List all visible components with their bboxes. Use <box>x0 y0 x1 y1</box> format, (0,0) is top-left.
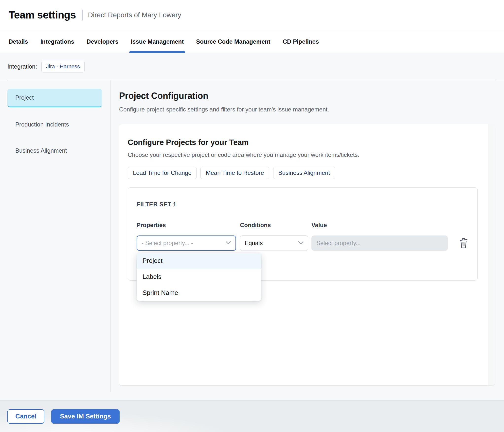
chip-mean-time-to-restore[interactable]: Mean Time to Restore <box>200 167 269 179</box>
dropdown-option-project[interactable]: Project <box>137 253 261 269</box>
section-subtitle: Configure project-specific settings and … <box>119 106 495 113</box>
filter-set-title: FILTER SET 1 <box>137 201 469 208</box>
filter-set-card: FILTER SET 1 Properties Conditions Value… <box>128 187 478 281</box>
property-select-placeholder: - Select property... - <box>142 240 193 247</box>
delete-filter-button[interactable] <box>459 237 468 249</box>
page-header: Team settings Direct Reports of Mary Low… <box>0 0 504 30</box>
tab-details[interactable]: Details <box>9 30 28 53</box>
property-select[interactable]: - Select property... - Project Labels Sp… <box>137 235 236 251</box>
filter-column-headers: Properties Conditions Value <box>137 222 469 229</box>
card-scrollbar[interactable] <box>488 124 495 385</box>
tab-integrations[interactable]: Integrations <box>40 30 74 53</box>
column-header-conditions: Conditions <box>240 222 311 229</box>
trash-icon <box>459 246 468 250</box>
chip-lead-time-for-change[interactable]: Lead Time for Change <box>128 167 197 179</box>
column-header-value: Value <box>311 222 448 229</box>
filter-controls-row: - Select property... - Project Labels Sp… <box>137 235 469 251</box>
dropdown-option-labels[interactable]: Labels <box>137 269 261 285</box>
metric-chip-row: Lead Time for Change Mean Time to Restor… <box>128 167 478 179</box>
card-subtitle: Choose your respective project or code a… <box>128 151 478 158</box>
sidebar: Project Production Incidents Business Al… <box>0 80 110 400</box>
footer-action-bar: Cancel Save IM Settings <box>0 400 504 432</box>
sidebar-item-project[interactable]: Project <box>7 89 102 107</box>
dropdown-option-sprint-name[interactable]: Sprint Name <box>137 285 261 301</box>
sidebar-item-business-alignment[interactable]: Business Alignment <box>7 142 102 160</box>
sidebar-divider <box>110 80 111 392</box>
page-title: Team settings <box>9 9 76 21</box>
tab-cd-pipelines[interactable]: CD Pipelines <box>283 30 319 53</box>
chevron-down-icon <box>298 241 304 245</box>
tab-issue-management[interactable]: Issue Management <box>131 30 184 53</box>
card-title: Configure Projects for your Team <box>128 138 478 147</box>
property-dropdown-menu: Project Labels Sprint Name <box>137 253 261 301</box>
tab-source-code-management[interactable]: Source Code Management <box>196 30 270 53</box>
tab-developers[interactable]: Developers <box>87 30 118 53</box>
column-header-properties: Properties <box>137 222 240 229</box>
section-title: Project Configuration <box>119 91 495 101</box>
content-area: Project Production Incidents Business Al… <box>0 80 504 400</box>
integration-chip[interactable]: Jira - Harness <box>41 61 85 72</box>
sidebar-item-production-incidents[interactable]: Production Incidents <box>7 116 102 133</box>
integration-label: Integration: <box>7 63 37 70</box>
chevron-down-icon <box>226 241 231 245</box>
title-separator <box>82 10 83 20</box>
condition-select[interactable]: Equals <box>240 235 308 251</box>
chip-business-alignment[interactable]: Business Alignment <box>273 167 335 179</box>
configure-projects-card: Configure Projects for your Team Choose … <box>119 124 495 385</box>
integration-row: Integration: Jira - Harness <box>0 53 504 80</box>
condition-select-value: Equals <box>245 240 263 247</box>
save-im-settings-button[interactable]: Save IM Settings <box>51 409 120 424</box>
main-panel: Project Configuration Configure project-… <box>110 80 504 400</box>
page-subtitle: Direct Reports of Mary Lowery <box>88 11 181 19</box>
value-input[interactable] <box>311 235 448 251</box>
cancel-button[interactable]: Cancel <box>7 409 44 424</box>
tab-bar: Details Integrations Developers Issue Ma… <box>0 30 504 53</box>
